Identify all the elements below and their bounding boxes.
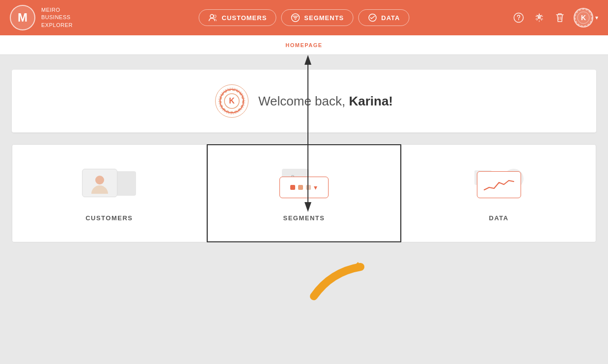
logo-letter: M	[18, 11, 28, 25]
nav-item-segments[interactable]: SEGMENTS	[281, 9, 353, 26]
welcome-avatar: K	[215, 84, 249, 118]
welcome-text-bold: Karina!	[349, 94, 393, 108]
welcome-message: Welcome back, Karina!	[258, 94, 393, 109]
nav-data-label: DATA	[381, 14, 400, 22]
settings-button[interactable]	[532, 11, 546, 25]
delete-button[interactable]	[553, 11, 567, 25]
page-wrapper: M MEIRO BUSINESS EXPLORER CUST	[0, 0, 608, 336]
svg-text:K: K	[229, 97, 235, 105]
nav-customers-label: CUSTOMERS	[222, 14, 267, 22]
tile-customers-label: CUSTOMERS	[85, 214, 133, 222]
user-menu-button[interactable]: K ▾	[574, 8, 598, 27]
svg-text:K: K	[581, 14, 586, 22]
breadcrumb-bar: HOMEPAGE	[0, 35, 608, 55]
meiro-logo-large	[218, 257, 390, 321]
tile-data-label: DATA	[489, 214, 509, 222]
main-header: M MEIRO BUSINESS EXPLORER CUST	[0, 0, 608, 35]
nav-item-customers[interactable]: CUSTOMERS	[199, 9, 276, 26]
data-chart-card	[477, 171, 521, 198]
user-chevron-icon: ▾	[595, 14, 598, 21]
filter-icon	[290, 13, 300, 23]
logo-area: M MEIRO BUSINESS EXPLORER	[10, 5, 73, 30]
svg-point-0	[210, 15, 214, 18]
people-icon	[208, 13, 218, 23]
nav-item-data[interactable]: DATA	[358, 9, 409, 26]
welcome-avatar-inner: K	[220, 89, 244, 113]
logo-circle: M	[10, 5, 35, 30]
nav-segments-label: SEGMENTS	[304, 14, 344, 22]
customers-icon-area	[80, 165, 138, 205]
brand-text: MEIRO BUSINESS EXPLORER	[41, 6, 73, 29]
svg-point-16	[95, 176, 104, 184]
segments-arrow-icon: ▾	[314, 183, 317, 191]
tile-segments-label: SEGMENTS	[283, 214, 325, 222]
data-icon	[472, 166, 526, 203]
breadcrumb: HOMEPAGE	[285, 42, 322, 48]
customers-icon	[82, 166, 136, 203]
main-nav: CUSTOMERS SEGMENTS	[199, 9, 410, 26]
database-icon	[367, 13, 377, 23]
data-icon-area	[470, 165, 528, 205]
tile-customers[interactable]: CUSTOMERS	[12, 144, 207, 242]
user-avatar: K	[574, 8, 593, 27]
bottom-decoration	[12, 242, 596, 321]
svg-point-5	[518, 19, 519, 20]
header-right: K ▾	[512, 8, 598, 27]
welcome-avatar-mid: K	[219, 88, 245, 114]
tile-data[interactable]: DATA	[401, 144, 596, 242]
help-button[interactable]	[512, 11, 525, 25]
customers-card-front	[82, 169, 117, 197]
arrow-line	[303, 55, 313, 214]
